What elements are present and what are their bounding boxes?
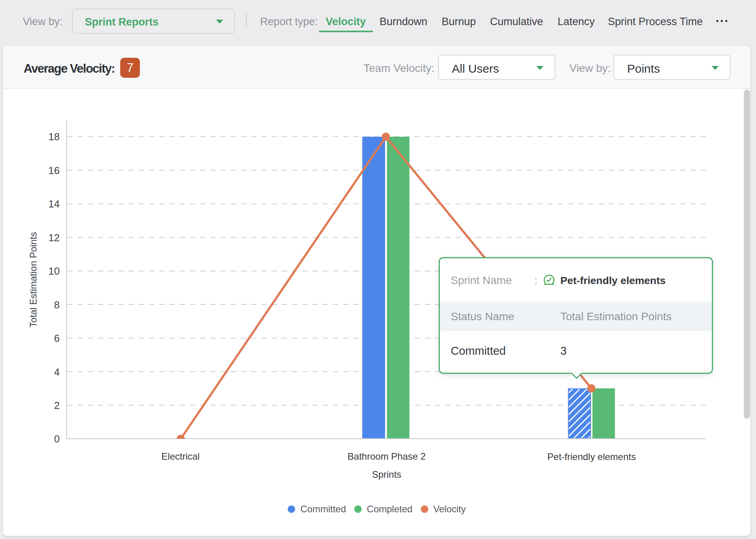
svg-text:Committed: Committed [451, 345, 506, 357]
svg-text:16: 16 [48, 165, 60, 176]
svg-text:Status Name: Status Name [451, 310, 514, 323]
svg-text:Bathroom Phase 2: Bathroom Phase 2 [348, 451, 426, 462]
svg-text:2: 2 [54, 400, 60, 411]
svg-text:Velocity: Velocity [433, 504, 466, 514]
svg-text:4: 4 [54, 366, 60, 378]
svg-text:Pet-friendly elements: Pet-friendly elements [547, 451, 636, 462]
svg-text:8: 8 [54, 299, 60, 311]
svg-text::: : [534, 274, 538, 286]
svg-text:Pet-friendly elements: Pet-friendly elements [560, 275, 666, 286]
svg-text:0: 0 [54, 433, 60, 445]
svg-text:6: 6 [54, 332, 60, 344]
svg-text:Completed: Completed [367, 504, 413, 514]
svg-text:Total Estimation Points: Total Estimation Points [28, 232, 39, 328]
svg-text:10: 10 [48, 265, 60, 277]
svg-text:Electrical: Electrical [161, 451, 200, 462]
svg-text:18: 18 [48, 131, 60, 143]
svg-text:Committed: Committed [301, 504, 346, 514]
svg-text:Total Estimation Points: Total Estimation Points [560, 310, 672, 323]
svg-text:14: 14 [48, 198, 60, 210]
svg-text:Sprints: Sprints [372, 469, 402, 480]
svg-text:12: 12 [48, 232, 60, 244]
svg-text:Sprint Name: Sprint Name [451, 274, 512, 286]
svg-text:3: 3 [560, 345, 567, 357]
